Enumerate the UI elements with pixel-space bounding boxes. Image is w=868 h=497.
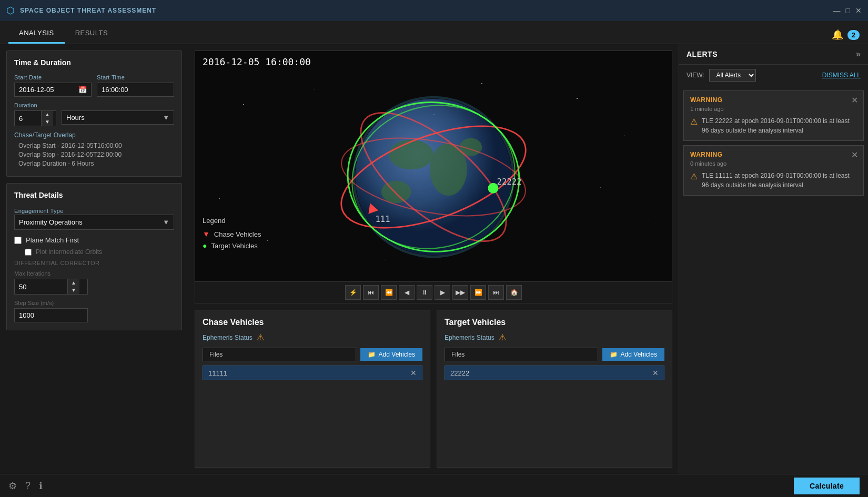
- viz-legend: Legend ▼ Chase Vehicles ● Target Vehicle…: [203, 217, 261, 250]
- intermediate-orbits-checkbox[interactable]: [25, 249, 32, 256]
- duration-unit-select-wrap: Hours Seconds Minutes Days ▼: [62, 110, 174, 125]
- settings-icon[interactable]: ⚙: [8, 480, 17, 492]
- tab-analysis[interactable]: ANALYSIS: [8, 24, 65, 44]
- max-iterations-increment-button[interactable]: ▲: [68, 279, 79, 287]
- playback-home-button[interactable]: 🏠: [506, 285, 522, 300]
- engagement-type-select[interactable]: Proximity Operations Rendezvous Intercep…: [15, 215, 158, 229]
- duration-group: Duration ▲ ▼: [14, 102, 174, 126]
- chase-vehicles-title: Chase Vehicles: [203, 318, 422, 327]
- start-date-input[interactable]: [15, 83, 74, 96]
- duration-controls: ▲ ▼ Hours Seconds Minutes Days: [14, 110, 174, 126]
- target-add-vehicles-button[interactable]: 📁 Add Vehicles: [602, 348, 664, 361]
- duration-decrement-button[interactable]: ▼: [42, 118, 53, 126]
- overlap-stop: Overlap Stop - 2016-12-05T22:00:00: [14, 151, 174, 158]
- step-size-input[interactable]: [14, 308, 88, 322]
- plane-match-checkbox[interactable]: [14, 237, 22, 244]
- app-icon: ⬡: [6, 5, 15, 16]
- nav-tabs: ANALYSIS RESULTS: [8, 24, 118, 44]
- dismiss-all-button[interactable]: DISMISS ALL: [822, 72, 861, 79]
- playback-bar: ⚡ ⏮ ⏪ ◀ ⏸ ▶ ▶▶ ⏩ ⏭ 🏠: [195, 281, 672, 303]
- max-iterations-spinner-buttons: ▲ ▼: [67, 279, 79, 294]
- maximize-button[interactable]: □: [846, 6, 850, 15]
- step-size-label: Step Size (m/s): [14, 300, 174, 306]
- left-panel: Time & Duration Start Date 📅 Start Time …: [0, 44, 188, 474]
- duration-increment-button[interactable]: ▲: [42, 111, 53, 118]
- alerts-expand-button[interactable]: »: [856, 49, 861, 59]
- duration-input-wrap: ▲ ▼: [15, 111, 56, 126]
- close-button[interactable]: ✕: [855, 6, 862, 15]
- duration-row: Duration ▲ ▼: [14, 102, 174, 126]
- playback-play-button[interactable]: ▶: [435, 285, 450, 300]
- target-add-vehicles-label: Add Vehicles: [621, 351, 657, 358]
- playback-lightning-button[interactable]: ⚡: [345, 285, 361, 300]
- engagement-select-wrap: Proximity Operations Rendezvous Intercep…: [14, 215, 174, 230]
- overlap-title: Chase/Target Overlap: [14, 131, 174, 139]
- target-file-entry-0: 22222 ✕: [445, 366, 664, 380]
- viz-main: 111 22222 Legend ▼ Chase Vehicles ● Targ…: [195, 73, 672, 281]
- plane-match-row: Plane Match First: [14, 236, 174, 244]
- alerts-view-select[interactable]: All Alerts Warnings Errors: [709, 69, 756, 82]
- chase-files-row: Files 📁 Add Vehicles: [203, 348, 422, 361]
- starfield: [195, 73, 672, 281]
- target-files-label: Files: [445, 348, 598, 361]
- duration-unit-select[interactable]: Hours Seconds Minutes Days: [62, 111, 158, 124]
- playback-rewind-button[interactable]: ◀: [399, 285, 415, 300]
- legend-chase-item: ▼ Chase Vehicles: [203, 230, 261, 238]
- chase-file-entry-0: 11111 ✕: [203, 366, 422, 380]
- start-time-label: Start Time: [97, 74, 174, 80]
- target-ephemeris-warning-icon: ⚠: [499, 332, 506, 342]
- playback-pause-button[interactable]: ⏸: [417, 285, 432, 300]
- overlap-duration: Overlap Duration - 6 Hours: [14, 160, 174, 167]
- max-iterations-decrement-button[interactable]: ▼: [68, 287, 79, 294]
- alert-time-1: 0 minutes ago: [690, 160, 857, 167]
- chase-add-vehicles-button[interactable]: 📁 Add Vehicles: [360, 348, 422, 361]
- alerts-header: ALERTS »: [679, 44, 868, 65]
- max-iterations-input[interactable]: [15, 280, 67, 293]
- alerts-filter-row: VIEW: All Alerts Warnings Errors DISMISS…: [679, 65, 868, 86]
- app-title: SPACE OBJECT THREAT ASSESSMENT: [20, 7, 156, 14]
- help-icon[interactable]: ?: [25, 480, 31, 492]
- date-time-row: Start Date 📅 Start Time: [14, 74, 174, 97]
- alert-text-1: TLE 11111 at epoch 2016-09-01T00:00:00 i…: [702, 171, 857, 190]
- time-duration-card: Time & Duration Start Date 📅 Start Time …: [6, 50, 182, 177]
- bottom-icons: ⚙ ? ℹ: [8, 480, 43, 492]
- playback-forward-fast-button[interactable]: ⏩: [470, 285, 486, 300]
- nav-right: 🔔 2: [832, 29, 860, 44]
- legend-target-label: Target Vehicles: [211, 242, 257, 250]
- chase-vehicles-card: Chase Vehicles Ephemeris Status ⚠ Files …: [195, 310, 430, 468]
- engagement-arrow-icon: ▼: [158, 216, 174, 229]
- playback-skip-end-button[interactable]: ⏭: [488, 285, 504, 300]
- alert-item-1: WARNING 0 minutes ago ⚠ TLE 11111 at epo…: [683, 145, 864, 196]
- center-panel: 2016-12-05 16:00:00: [188, 44, 679, 474]
- chase-file-remove-0[interactable]: ✕: [410, 369, 417, 377]
- legend-title: Legend: [203, 217, 261, 225]
- alerts-panel: ALERTS » VIEW: All Alerts Warnings Error…: [679, 44, 868, 474]
- start-time-input[interactable]: [97, 83, 174, 97]
- duration-input[interactable]: [15, 112, 41, 125]
- chase-file-name-0: 11111: [208, 369, 227, 377]
- alerts-view-wrap: VIEW: All Alerts Warnings Errors: [687, 69, 756, 82]
- viz-timestamp: 2016-12-05 16:00:00: [195, 51, 672, 73]
- engagement-type-label: Engagement Type: [14, 208, 64, 214]
- playback-forward-button[interactable]: ▶▶: [452, 285, 468, 300]
- legend-target-item: ● Target Vehicles: [203, 241, 261, 250]
- target-file-remove-0[interactable]: ✕: [652, 369, 659, 377]
- playback-skip-start-button[interactable]: ⏮: [363, 285, 379, 300]
- info-icon[interactable]: ℹ: [39, 480, 43, 492]
- playback-rewind-fast-button[interactable]: ⏪: [381, 285, 397, 300]
- alert-close-button-0[interactable]: ✕: [851, 95, 858, 105]
- alert-close-button-1[interactable]: ✕: [851, 150, 858, 160]
- duration-label: Duration: [14, 102, 174, 108]
- tab-results[interactable]: RESULTS: [65, 24, 119, 44]
- max-iterations-wrap: ▲ ▼: [14, 279, 88, 295]
- target-files-row: Files 📁 Add Vehicles: [445, 348, 664, 361]
- calculate-button[interactable]: Calculate: [794, 478, 860, 494]
- intermediate-orbits-row: Plot Intermediate Orbits: [25, 248, 174, 256]
- calendar-icon[interactable]: 📅: [74, 83, 91, 96]
- duration-spinner: ▲ ▼: [14, 110, 56, 126]
- vehicles-row: Chase Vehicles Ephemeris Status ⚠ Files …: [195, 310, 672, 468]
- duration-unit-arrow-icon: ▼: [158, 111, 174, 124]
- minimize-button[interactable]: —: [833, 6, 841, 15]
- chase-add-vehicles-label: Add Vehicles: [379, 351, 415, 358]
- alert-content-1: ⚠ TLE 11111 at epoch 2016-09-01T00:00:00…: [690, 171, 857, 190]
